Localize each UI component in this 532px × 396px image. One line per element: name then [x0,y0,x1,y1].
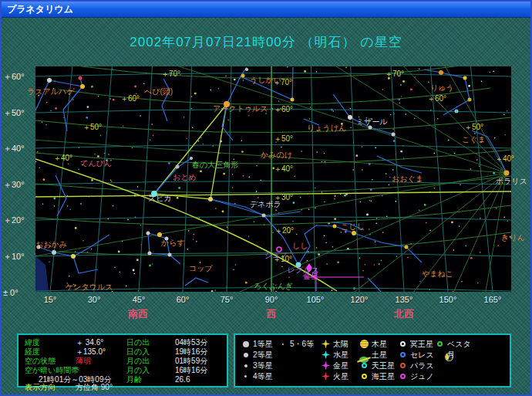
background-star [304,70,306,73]
background-star [178,187,180,189]
background-star [214,289,216,291]
saturn-icon [359,357,369,363]
background-star [362,169,363,171]
sky-label: へび(頭) [144,88,173,96]
background-star [278,100,280,102]
background-star [241,140,242,142]
azimuth-tick-label: 45° [133,296,146,304]
background-star [325,161,326,163]
sunrise-value: 04時53分 [175,339,207,347]
sky-label: からす [161,239,185,247]
background-star [49,262,50,263]
bright-star [157,232,162,237]
background-star [114,266,116,268]
background-star [210,90,211,91]
background-star [69,209,71,211]
海王星-icon [362,374,367,379]
background-star [375,242,376,243]
background-star [369,228,370,230]
legend-label: 5・6等 [290,340,314,348]
background-star [477,283,479,284]
background-star [453,291,454,292]
background-star [350,108,352,110]
sky-chart-title: 2002年07月07日21時00分 （明石） の星空 [2,33,530,51]
legend-label: セレス [410,351,434,359]
legend-label: 天王星 [372,362,395,370]
altitude-tick-label: ＋30° [3,181,34,189]
background-star [288,277,290,279]
declination-label: ＋40° [53,154,72,162]
sunrise-label: 日の出 [126,339,150,347]
background-star [223,173,225,175]
background-star [149,265,151,267]
background-star [272,290,274,292]
background-star [69,276,70,277]
冥王星-icon [400,341,406,347]
background-star [301,151,302,152]
sky-label: きりん [501,234,525,242]
bright-star [262,214,266,218]
background-star [215,208,217,209]
background-star [194,93,197,95]
background-star [465,245,466,247]
ベスタ-icon [437,341,443,347]
background-star [152,263,153,265]
水星-planet-icon [322,350,330,359]
background-star [333,110,335,112]
background-star [153,135,154,137]
background-star [272,232,274,234]
background-star [200,262,201,263]
background-star [316,247,318,249]
background-star [376,223,378,225]
background-star [72,99,74,100]
moonrise-value: 01時59分 [175,357,207,365]
planetarium-window: プラネタリウム 2002年07月07日21時00分 （明石） の星空 ラスアルハ… [0,0,532,396]
azimuth-tick-label: 120° [351,296,369,304]
background-star [400,84,402,86]
declination-label: ＋10° [273,256,292,263]
background-star [480,252,481,253]
sky-label: こじし [341,223,365,231]
background-star [191,108,193,110]
background-star [507,110,508,112]
background-star [249,177,251,178]
background-star [419,68,420,69]
background-star [233,158,234,160]
background-star [232,187,234,188]
background-star [256,191,258,192]
bright-star [208,197,213,201]
altitude-tick-label: ＋60° [3,73,34,81]
background-star [177,197,179,199]
bright-star [369,126,372,130]
background-star [480,218,481,219]
パラス-icon [400,363,406,368]
declination-label: ＋50° [464,124,483,131]
window-title-bar[interactable]: プラネタリウム [2,2,530,18]
background-star [196,241,197,242]
constellation-line [35,80,49,117]
background-star [110,179,112,181]
background-star [410,89,412,91]
background-star [324,235,325,237]
bright-star [52,250,56,255]
background-star [382,195,383,197]
background-star [335,195,336,197]
bright-star [348,115,352,120]
declination-label: ＋40° [495,155,514,163]
background-star [470,257,473,259]
moonrise-label: 月の出 [126,357,150,365]
background-star [389,184,390,186]
background-star [504,134,506,136]
bright-star [468,98,472,102]
sky-label: ミザール [356,118,388,126]
background-star [43,178,45,181]
star-chart[interactable]: ラスアルハゲへび(頭)うしかいアークトゥルスりょうけんミザールりゅうこぐまおおぐ… [35,66,511,292]
background-star [243,175,244,177]
bright-star [80,84,85,89]
display-dir-value: 方位角 90° [76,384,113,391]
declination-label: ＋70° [385,70,404,78]
background-star [120,272,121,273]
background-star [67,205,69,207]
background-star [371,201,372,202]
moonset-label: 月の入 [126,367,150,374]
